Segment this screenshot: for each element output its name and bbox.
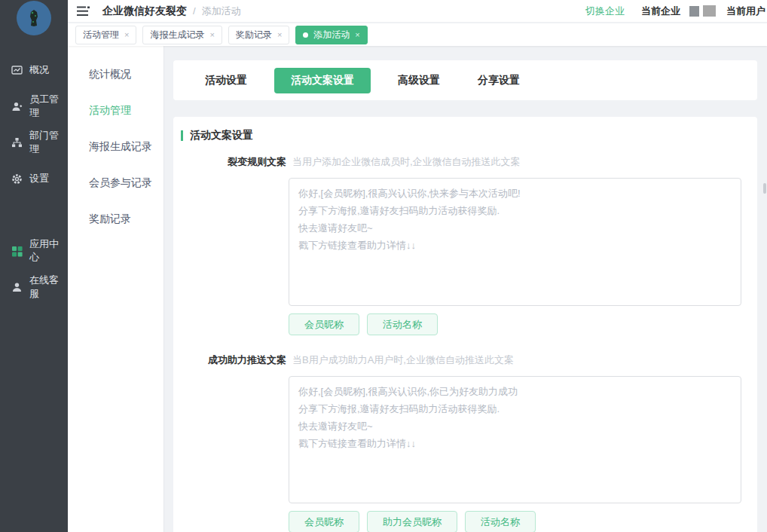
field-hint: 当用户添加企业微信成员时,企业微信自动推送此文案 — [292, 155, 521, 169]
sidebar-item-employees[interactable]: 员工管理 — [0, 88, 68, 124]
fission-rule-copy-field-row: 裂变规则文案 当用户添加企业微信成员时,企业微信自动推送此文案 — [173, 155, 757, 169]
tab-chip-label: 海报生成记录 — [150, 29, 204, 41]
assist-success-copy-field-row: 成功助力推送文案 当B用户成功助力A用户时,企业微信自动推送此文案 — [173, 353, 757, 367]
company-name-redacted-block — [689, 6, 699, 17]
submenu-item-member-participation[interactable]: 会员参与记录 — [68, 165, 163, 201]
current-company-label: 当前企业 — [641, 5, 680, 18]
insert-variable-buttons: 会员昵称 活动名称 — [289, 313, 757, 335]
breadcrumb-root[interactable]: 企业微信好友裂变 — [102, 5, 187, 18]
header-actions: 切换企业 当前企业 当前用户 — [585, 5, 765, 18]
activity-name-button[interactable]: 活动名称 — [465, 511, 536, 532]
submenu-item-label: 活动管理 — [89, 104, 131, 118]
switch-company-link[interactable]: 切换企业 — [585, 5, 625, 18]
field-hint: 当B用户成功助力A用户时,企业微信自动推送此文案 — [292, 353, 514, 367]
submenu-item-statistics[interactable]: 统计概况 — [68, 57, 163, 93]
field-label: 成功助力推送文案 — [173, 353, 286, 367]
tab-chip-reward-records[interactable]: 奖励记录 × — [228, 26, 289, 44]
dashboard-icon — [11, 65, 23, 76]
tab-activity-settings[interactable]: 活动设置 — [194, 68, 258, 93]
company-logo — [17, 1, 51, 35]
tab-chip-label: 活动管理 — [83, 29, 119, 41]
settings-icon — [11, 173, 23, 185]
field-label: 裂变规则文案 — [173, 155, 286, 169]
section-title: 活动文案设置 — [190, 129, 253, 142]
open-tabs-bar: 活动管理 × 海报生成记录 × 奖励记录 × 添加活动 × — [68, 23, 767, 46]
customer-service-icon — [11, 282, 23, 293]
close-icon[interactable]: × — [277, 30, 282, 39]
sidebar-item-label: 在线客服 — [29, 274, 68, 301]
app-center-icon — [11, 246, 23, 257]
current-user-label: 当前用户 — [726, 5, 765, 18]
tab-chip-label: 添加活动 — [313, 29, 350, 41]
member-nickname-button[interactable]: 会员昵称 — [289, 511, 359, 532]
department-icon — [11, 137, 23, 148]
activity-copy-form-card: 活动文案设置 裂变规则文案 当用户添加企业微信成员时,企业微信自动推送此文案 你… — [173, 117, 757, 532]
submenu-item-label: 统计概况 — [89, 68, 131, 81]
submenu-item-reward-records[interactable]: 奖励记录 — [68, 201, 163, 237]
settings-tabs-card: 活动设置 活动文案设置 高级设置 分享设置 — [173, 60, 757, 100]
close-icon[interactable]: × — [355, 30, 359, 39]
section-accent-bar — [181, 130, 183, 141]
tab-activity-copy-settings[interactable]: 活动文案设置 — [274, 68, 371, 93]
submenu-item-label: 海报生成记录 — [89, 140, 152, 154]
tab-chip-add-activity[interactable]: 添加活动 × — [295, 26, 367, 44]
close-icon[interactable]: × — [209, 30, 214, 39]
sidebar-item-label: 概况 — [29, 63, 49, 77]
sidebar-item-overview[interactable]: 概况 — [0, 52, 68, 88]
top-header: 企业微信好友裂变 / 添加活动 切换企业 当前企业 当前用户 — [68, 0, 767, 23]
submenu-item-label: 奖励记录 — [89, 212, 131, 226]
sidebar-item-label: 部门管理 — [29, 129, 68, 156]
breadcrumb-current: 添加活动 — [202, 5, 241, 18]
insert-variable-buttons: 会员昵称 助力会员昵称 活动名称 — [289, 511, 757, 532]
primary-nav: 概况 员工管理 部门管理 设置 — [0, 52, 68, 305]
logo-emblem-icon — [26, 9, 41, 27]
activity-name-button[interactable]: 活动名称 — [367, 313, 438, 335]
submenu-item-label: 会员参与记录 — [89, 176, 152, 190]
breadcrumb-separator: / — [193, 5, 196, 17]
sidebar-item-settings[interactable]: 设置 — [0, 161, 68, 197]
sidebar-item-label: 应用中心 — [29, 237, 68, 264]
close-icon[interactable]: × — [124, 30, 129, 39]
assist-member-nickname-button[interactable]: 助力会员昵称 — [367, 511, 457, 532]
primary-sidebar: 概况 员工管理 部门管理 设置 — [0, 0, 68, 532]
app-window: 概况 员工管理 部门管理 设置 — [0, 0, 767, 532]
tab-chip-activity-management[interactable]: 活动管理 × — [75, 26, 136, 44]
sidebar-item-label: 员工管理 — [29, 93, 68, 120]
sidebar-item-customer-service[interactable]: 在线客服 — [0, 269, 68, 305]
vertical-scrollbar-thumb[interactable] — [763, 183, 766, 194]
collapse-menu-icon[interactable] — [77, 6, 90, 17]
sidebar-item-departments[interactable]: 部门管理 — [0, 124, 68, 161]
assist-success-copy-textarea[interactable]: 你好,[会员昵称],很高兴认识你,你已为好友助力成功 分享下方海报,邀请好友扫码… — [289, 376, 741, 503]
section-header: 活动文案设置 — [181, 129, 757, 142]
fission-rule-copy-textarea[interactable]: 你好,[会员昵称],很高兴认识你,快来参与本次活动吧! 分享下方海报,邀请好友扫… — [289, 178, 741, 306]
active-dot-icon — [303, 32, 308, 38]
submenu-item-poster-records[interactable]: 海报生成记录 — [68, 129, 163, 165]
submenu-item-activity-management[interactable]: 活动管理 — [68, 93, 163, 129]
member-nickname-button[interactable]: 会员昵称 — [289, 313, 359, 335]
company-avatar-redacted-block — [703, 5, 716, 17]
secondary-sidebar: 统计概况 活动管理 海报生成记录 会员参与记录 奖励记录 — [68, 46, 164, 532]
breadcrumb: 企业微信好友裂变 / 添加活动 — [102, 5, 241, 18]
employee-icon — [11, 101, 23, 112]
sidebar-item-label: 设置 — [29, 172, 49, 185]
tab-advanced-settings[interactable]: 高级设置 — [387, 68, 451, 93]
tab-chip-label: 奖励记录 — [236, 29, 272, 41]
tab-share-settings[interactable]: 分享设置 — [467, 68, 530, 93]
sidebar-item-app-center[interactable]: 应用中心 — [0, 233, 68, 269]
tab-chip-poster-records[interactable]: 海报生成记录 × — [142, 26, 222, 44]
